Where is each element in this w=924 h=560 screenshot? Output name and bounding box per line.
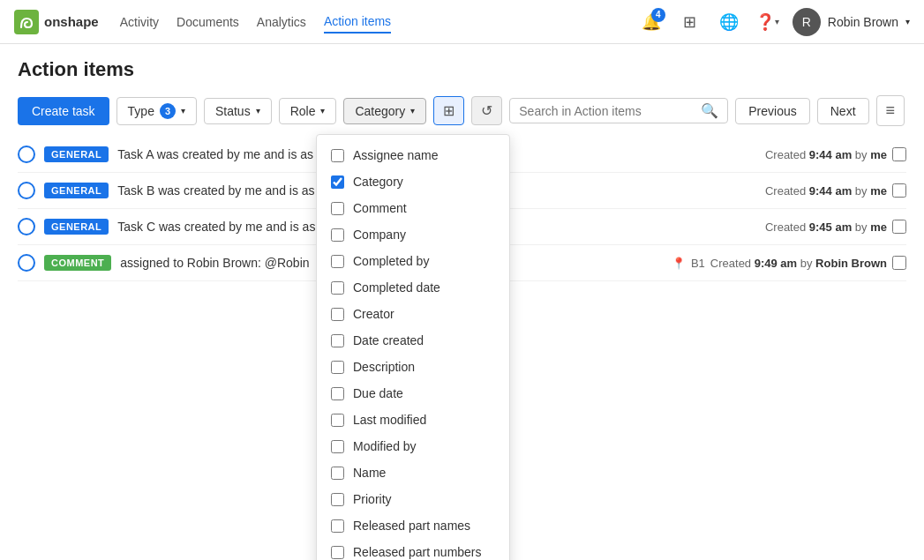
category-item-label: Released part numbers <box>353 545 482 559</box>
task-created-info: Created 9:45 am by me <box>765 220 887 234</box>
category-item-checkbox[interactable] <box>331 228 344 242</box>
search-input[interactable] <box>519 104 695 118</box>
toolbar: Create task Type 3 ▾ Status ▾ Role ▾ Cat… <box>18 95 906 126</box>
create-task-button[interactable]: Create task <box>18 97 109 125</box>
category-item-checkbox[interactable] <box>331 149 344 162</box>
next-button[interactable]: Next <box>817 98 869 124</box>
task-select-checkbox[interactable] <box>892 183 906 198</box>
category-dropdown-item[interactable]: Completed date <box>317 274 509 301</box>
category-item-label: Company <box>353 228 406 242</box>
category-item-checkbox[interactable] <box>331 175 344 189</box>
category-item-checkbox[interactable] <box>331 546 344 559</box>
task-meta: 📍B1Created 9:49 am by Robin Brown <box>672 256 906 270</box>
category-dropdown-item[interactable]: Name <box>317 459 509 486</box>
user-name: Robin Brown <box>828 15 898 29</box>
task-type-tag: COMMENT <box>44 255 111 271</box>
task-created-info: Created 9:49 am by Robin Brown <box>710 257 887 270</box>
category-item-checkbox[interactable] <box>331 255 344 268</box>
type-chevron-icon: ▾ <box>181 106 185 116</box>
avatar: R <box>793 8 821 36</box>
location-icon: 📍 <box>672 257 686 270</box>
category-item-checkbox[interactable] <box>331 440 344 453</box>
type-filter-label: Type <box>128 104 154 118</box>
status-filter-label: Status <box>215 104 251 118</box>
type-filter-button[interactable]: Type 3 ▾ <box>116 97 197 125</box>
category-filter-label: Category <box>355 104 405 118</box>
category-item-label: Released part names <box>353 519 470 533</box>
category-dropdown-item[interactable]: Released part names <box>317 512 509 539</box>
role-filter-label: Role <box>290 104 316 118</box>
task-meta: Created 9:44 am by me <box>765 183 906 198</box>
category-item-checkbox[interactable] <box>331 519 344 533</box>
category-item-checkbox[interactable] <box>331 281 344 295</box>
status-chevron-icon: ▾ <box>256 106 260 116</box>
category-dropdown-item[interactable]: Due date <box>317 380 509 407</box>
category-item-label: Completed date <box>353 280 440 295</box>
task-meta: Created 9:45 am by me <box>765 220 906 234</box>
status-filter-button[interactable]: Status ▾ <box>204 98 272 124</box>
category-item-checkbox[interactable] <box>331 467 344 480</box>
nav-activity[interactable]: Activity <box>120 11 159 33</box>
category-dropdown-item[interactable]: Description <box>317 354 509 380</box>
category-item-checkbox[interactable] <box>331 202 344 215</box>
help-icon-btn[interactable]: ❓ ▾ <box>754 8 782 36</box>
category-dropdown-item[interactable]: Completed by <box>317 248 509 274</box>
list-view-button[interactable]: ≡ <box>876 95 905 126</box>
category-dropdown-item[interactable]: Assignee name <box>317 142 509 168</box>
category-dropdown-item[interactable]: Last modified <box>317 407 509 433</box>
globe-icon-btn[interactable]: 🌐 <box>715 8 743 36</box>
task-created-info: Created 9:44 am by me <box>765 184 887 198</box>
category-dropdown-item[interactable]: Modified by <box>317 433 509 459</box>
task-status-circle[interactable] <box>18 218 35 235</box>
task-status-circle[interactable] <box>18 254 35 272</box>
nav-links: Activity Documents Analytics Action item… <box>120 11 391 34</box>
category-dropdown-item[interactable]: Released part numbers <box>317 539 509 560</box>
task-select-checkbox[interactable] <box>892 147 906 161</box>
category-item-checkbox[interactable] <box>331 387 344 400</box>
search-icon: 🔍 <box>701 102 718 119</box>
logo[interactable]: onshape <box>14 10 99 34</box>
category-item-checkbox[interactable] <box>331 361 344 374</box>
task-status-circle[interactable] <box>18 146 35 163</box>
page-content: Action items Create task Type 3 ▾ Status… <box>0 44 924 295</box>
category-item-checkbox[interactable] <box>331 493 344 506</box>
category-dropdown-item[interactable]: Comment <box>317 195 509 221</box>
role-chevron-icon: ▾ <box>320 106 325 116</box>
category-dropdown-item[interactable]: Company <box>317 221 509 248</box>
task-status-circle[interactable] <box>18 182 35 199</box>
category-item-checkbox[interactable] <box>331 308 344 321</box>
category-dropdown-item[interactable]: Category <box>317 168 509 195</box>
category-item-label: Comment <box>353 201 407 215</box>
onshape-logo-icon <box>14 10 39 34</box>
category-item-label: Last modified <box>353 413 426 427</box>
category-item-checkbox[interactable] <box>331 414 344 427</box>
nav-right: 🔔 4 ⊞ 🌐 ❓ ▾ R Robin Brown ▾ <box>637 8 910 36</box>
category-chevron-icon: ▾ <box>410 106 415 116</box>
nav-action-items[interactable]: Action items <box>324 11 391 34</box>
role-filter-button[interactable]: Role ▾ <box>279 98 337 124</box>
task-created-info: Created 9:44 am by me <box>765 148 887 161</box>
list-view-icon: ≡ <box>886 101 896 119</box>
category-item-checkbox[interactable] <box>331 334 344 347</box>
category-filter-button[interactable]: Category ▾ <box>343 98 426 124</box>
previous-button[interactable]: Previous <box>735 98 809 124</box>
category-dropdown-item[interactable]: Priority <box>317 486 509 512</box>
refresh-button[interactable]: ↺ <box>471 96 502 125</box>
category-item-label: Date created <box>353 333 424 347</box>
task-select-checkbox[interactable] <box>892 220 906 234</box>
category-item-label: Assignee name <box>353 148 439 162</box>
type-filter-badge: 3 <box>160 103 176 119</box>
columns-toggle-button[interactable]: ⊞ <box>433 96 464 125</box>
task-type-tag: GENERAL <box>44 146 109 162</box>
user-menu[interactable]: R Robin Brown ▾ <box>793 8 910 36</box>
location-code: B1 <box>691 257 705 270</box>
category-dropdown-item[interactable]: Date created <box>317 327 509 354</box>
search-bar: 🔍 <box>509 98 728 123</box>
task-type-tag: GENERAL <box>44 183 109 198</box>
notification-bell[interactable]: 🔔 4 <box>637 8 665 36</box>
category-dropdown-item[interactable]: Creator <box>317 301 509 327</box>
grid-icon-btn[interactable]: ⊞ <box>676 8 704 36</box>
nav-analytics[interactable]: Analytics <box>257 11 306 33</box>
nav-documents[interactable]: Documents <box>177 11 239 33</box>
task-select-checkbox[interactable] <box>892 256 906 270</box>
